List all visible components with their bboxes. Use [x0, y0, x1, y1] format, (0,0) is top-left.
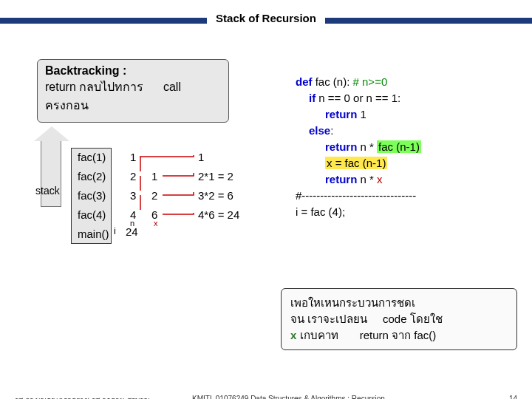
n-column: 1 2 3 4: [130, 148, 136, 225]
code-text: 1: [357, 108, 366, 120]
res-val: 4*6 = 24: [198, 205, 239, 225]
footer-center: KMITL 01076249 Data Structures & Algorit…: [192, 395, 385, 399]
code-dashes: #-------------------------------: [296, 188, 517, 204]
x-label: x: [154, 219, 158, 228]
n-val: 1: [130, 148, 136, 167]
note-line: จน เราจะเปลยน: [290, 313, 367, 325]
n-val: 2: [130, 167, 136, 186]
call-item: fac(2): [78, 167, 109, 186]
res-val: 3*2 = 6: [198, 186, 239, 205]
call-item: main(): [78, 225, 109, 244]
note-line: code โดยใช: [383, 313, 443, 325]
note-line: เพอใหเหนกระบวนการชดเ: [290, 295, 508, 311]
result-column: 1 2*1 = 2 3*2 = 6 4*6 = 24: [198, 148, 239, 225]
kw-def: def: [296, 75, 313, 88]
kw-else: else: [309, 124, 330, 137]
hl-assign: x = fac (n-1): [325, 157, 387, 169]
callout-thai2: ครงกอน: [45, 96, 221, 115]
i-label: i: [114, 225, 116, 236]
x-column: 1 2 6: [151, 167, 157, 225]
code-text: n *: [357, 173, 377, 185]
stack-label: stack: [35, 185, 60, 197]
backtracking-callout: Backtracking : return กลบไปทการ call ครง…: [37, 59, 229, 123]
code-x: x: [377, 173, 383, 185]
res-val: 2*1 = 2: [198, 167, 239, 186]
footer-page: 14: [509, 395, 517, 399]
code-text: :: [330, 124, 333, 137]
res-val: 1: [198, 148, 239, 167]
callout-call: call: [163, 81, 181, 93]
hl-call: fac (n-1): [377, 140, 421, 153]
code-block: def fac (n): # n>=0 if n == 0 or n == 1:…: [296, 74, 517, 220]
call-item: fac(3): [78, 186, 109, 205]
kw-return: return: [325, 108, 357, 120]
kw-if: if: [309, 92, 316, 104]
i-value: 24: [126, 225, 138, 238]
code-call: i = fac (4);: [296, 204, 517, 220]
up-arrow-icon: [41, 140, 61, 207]
x-val: 2: [151, 186, 157, 205]
kw-return: return: [325, 140, 357, 153]
x-val: 1: [151, 167, 157, 186]
footer-left: รศ.ดร.บญธร เครอตราช รศ.กฤตวน ศรบรณ: [15, 395, 150, 399]
code-comment: # n>=0: [353, 75, 388, 88]
callout-thai1: กลบไปทการ: [79, 81, 143, 93]
kw-return: return: [325, 173, 357, 185]
call-item: fac(1): [78, 148, 109, 167]
code-text: n *: [357, 140, 377, 153]
note-line: return จาก fac(): [360, 329, 437, 341]
note-box: เพอใหเหนกระบวนการชดเ จน เราจะเปลยน code …: [281, 288, 517, 350]
n-val: 3: [130, 186, 136, 205]
callout-heading: Backtracking :: [45, 64, 126, 77]
note-line: เกบคาท: [296, 329, 338, 341]
call-column: fac(1) fac(2) fac(3) fac(4) main(): [78, 148, 109, 244]
callout-return: return: [45, 81, 79, 93]
code-text: fac (n):: [313, 75, 353, 88]
page-title: Stack of Recursion: [207, 12, 325, 24]
code-text: n == 0 or n == 1:: [316, 92, 400, 104]
call-item: fac(4): [78, 205, 109, 225]
